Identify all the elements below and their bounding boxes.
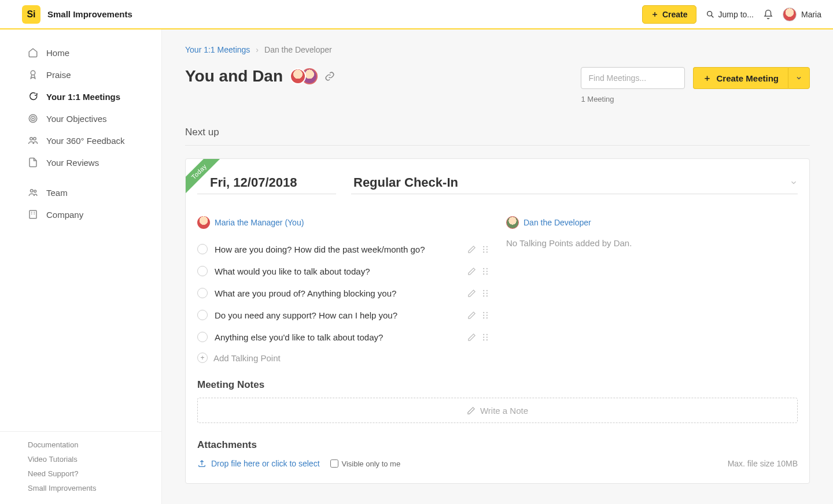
create-meeting-dropdown[interactable] bbox=[788, 67, 810, 89]
breadcrumb-link[interactable]: Your 1:1 Meetings bbox=[185, 45, 250, 54]
next-up-heading: Next up bbox=[185, 127, 810, 146]
talking-point-row: What would you like to talk about today? bbox=[197, 260, 489, 282]
talking-point-checkbox[interactable] bbox=[197, 310, 208, 320]
doc-icon bbox=[28, 157, 38, 168]
pencil-icon[interactable] bbox=[467, 267, 476, 276]
create-label: Create bbox=[662, 10, 688, 19]
sidebar-item-label: Praise bbox=[46, 70, 71, 80]
sidebar-item-company[interactable]: Company bbox=[0, 203, 161, 225]
drag-handle-icon[interactable] bbox=[482, 245, 489, 254]
svg-point-28 bbox=[486, 290, 488, 291]
footer-link[interactable]: Video Tutorials bbox=[28, 452, 145, 466]
talking-point-checkbox[interactable] bbox=[197, 288, 208, 298]
copy-link-icon[interactable] bbox=[325, 71, 335, 81]
drop-file-link[interactable]: Drop file here or click to select bbox=[197, 459, 320, 468]
svg-point-42 bbox=[486, 336, 488, 338]
drag-handle-icon[interactable] bbox=[482, 311, 489, 320]
sidebar-item-team[interactable]: Team bbox=[0, 181, 161, 203]
pencil-icon[interactable] bbox=[467, 333, 476, 342]
plus-icon: ＋ bbox=[651, 9, 659, 20]
chevron-down-icon bbox=[795, 75, 802, 81]
search-icon bbox=[706, 10, 715, 19]
main-content: Your 1:1 Meetings › Dan the Developer Yo… bbox=[162, 29, 833, 504]
home-icon bbox=[28, 47, 38, 58]
feedback-icon bbox=[28, 135, 38, 146]
sidebar-item-label: Company bbox=[46, 210, 83, 220]
user-menu[interactable]: Maria bbox=[783, 8, 821, 21]
svg-point-19 bbox=[483, 251, 484, 253]
svg-point-2 bbox=[31, 71, 35, 75]
svg-point-24 bbox=[486, 270, 488, 272]
pencil-icon[interactable] bbox=[467, 245, 476, 254]
add-talking-point-label: Add Talking Point bbox=[213, 353, 281, 363]
svg-point-21 bbox=[483, 268, 484, 269]
find-meetings-input[interactable] bbox=[581, 67, 685, 89]
svg-point-44 bbox=[486, 339, 488, 340]
user-avatar-icon bbox=[783, 8, 797, 21]
meeting-date-field[interactable]: Fri, 12/07/2018 bbox=[197, 175, 336, 194]
drag-handle-icon[interactable] bbox=[482, 333, 489, 342]
talking-point-text[interactable]: What are you proud of? Anything blocking… bbox=[215, 288, 460, 298]
talking-point-checkbox[interactable] bbox=[197, 332, 208, 342]
drop-file-label: Drop file here or click to select bbox=[211, 459, 320, 468]
footer-link[interactable]: Need Support? bbox=[28, 466, 145, 481]
sidebar-item-home[interactable]: Home bbox=[0, 42, 161, 64]
svg-point-7 bbox=[34, 138, 36, 140]
avatar-icon bbox=[197, 216, 210, 229]
participant-header-you: Maria the Manager (You) bbox=[197, 216, 489, 229]
svg-point-5 bbox=[32, 118, 34, 119]
write-note-input[interactable]: Write a Note bbox=[197, 398, 798, 423]
pencil-icon[interactable] bbox=[467, 289, 476, 298]
svg-point-18 bbox=[486, 249, 488, 250]
talking-point-text[interactable]: Anything else you'd like to talk about t… bbox=[215, 332, 460, 342]
participant-link[interactable]: Maria the Manager (You) bbox=[215, 218, 304, 227]
write-note-placeholder: Write a Note bbox=[480, 406, 528, 416]
breadcrumb: Your 1:1 Meetings › Dan the Developer bbox=[185, 29, 810, 59]
create-button[interactable]: ＋ Create bbox=[642, 5, 696, 24]
plus-circle-icon: + bbox=[197, 353, 208, 363]
brand-logo[interactable]: Si bbox=[22, 5, 40, 24]
sidebar-item-your-360-feedback[interactable]: Your 360° Feedback bbox=[0, 129, 161, 151]
sidebar-item-your-objectives[interactable]: Your Objectives bbox=[0, 108, 161, 129]
max-file-size: Max. file size 10MB bbox=[728, 459, 798, 468]
sidebar-item-your-1-1-meetings[interactable]: Your 1:1 Meetings bbox=[0, 86, 161, 108]
sidebar-item-your-reviews[interactable]: Your Reviews bbox=[0, 151, 161, 173]
create-meeting-label: Create Meeting bbox=[716, 73, 779, 83]
brand-name: Small Improvements bbox=[47, 9, 132, 19]
svg-point-35 bbox=[483, 314, 484, 316]
talking-point-checkbox[interactable] bbox=[197, 244, 208, 254]
talking-point-text[interactable]: Do you need any support? How can I help … bbox=[215, 310, 460, 320]
svg-point-17 bbox=[483, 249, 484, 250]
footer-link[interactable]: Documentation bbox=[28, 438, 145, 452]
svg-rect-10 bbox=[30, 210, 36, 218]
participant-link[interactable]: Dan the Developer bbox=[524, 218, 591, 227]
notifications-icon[interactable] bbox=[763, 9, 773, 20]
svg-point-41 bbox=[483, 336, 484, 338]
footer-link[interactable]: Small Improvements bbox=[28, 481, 145, 495]
talking-point-row: Do you need any support? How can I help … bbox=[197, 304, 489, 326]
user-name: Maria bbox=[801, 10, 821, 19]
sidebar-item-label: Your Objectives bbox=[46, 114, 107, 124]
praise-icon bbox=[28, 69, 38, 80]
meeting-card: Today Fri, 12/07/2018 Regular Check-In M… bbox=[185, 158, 810, 484]
add-talking-point-button[interactable]: + Add Talking Point bbox=[197, 353, 489, 363]
visible-only-checkbox[interactable]: Visible only to me bbox=[330, 459, 401, 468]
visible-only-checkbox-input[interactable] bbox=[330, 459, 338, 468]
create-meeting-button[interactable]: ＋ Create Meeting bbox=[693, 67, 788, 89]
avatar-icon bbox=[290, 68, 306, 84]
talking-point-checkbox[interactable] bbox=[197, 266, 208, 276]
pencil-icon[interactable] bbox=[467, 311, 476, 320]
meeting-subject-field[interactable]: Regular Check-In bbox=[351, 175, 798, 194]
drag-handle-icon[interactable] bbox=[482, 289, 489, 298]
sidebar-item-praise[interactable]: Praise bbox=[0, 64, 161, 86]
talking-point-text[interactable]: What would you like to talk about today? bbox=[215, 266, 460, 276]
svg-point-27 bbox=[483, 290, 484, 291]
talking-point-text[interactable]: How are you doing? How did the past week… bbox=[215, 244, 460, 254]
chevron-down-icon[interactable] bbox=[790, 179, 798, 187]
drag-handle-icon[interactable] bbox=[482, 267, 489, 276]
upload-icon bbox=[197, 459, 207, 468]
jump-to-button[interactable]: Jump to... bbox=[706, 10, 754, 19]
meeting-subject-text: Regular Check-In bbox=[353, 175, 458, 190]
sidebar-item-label: Your 1:1 Meetings bbox=[46, 92, 120, 102]
svg-point-16 bbox=[486, 246, 488, 247]
